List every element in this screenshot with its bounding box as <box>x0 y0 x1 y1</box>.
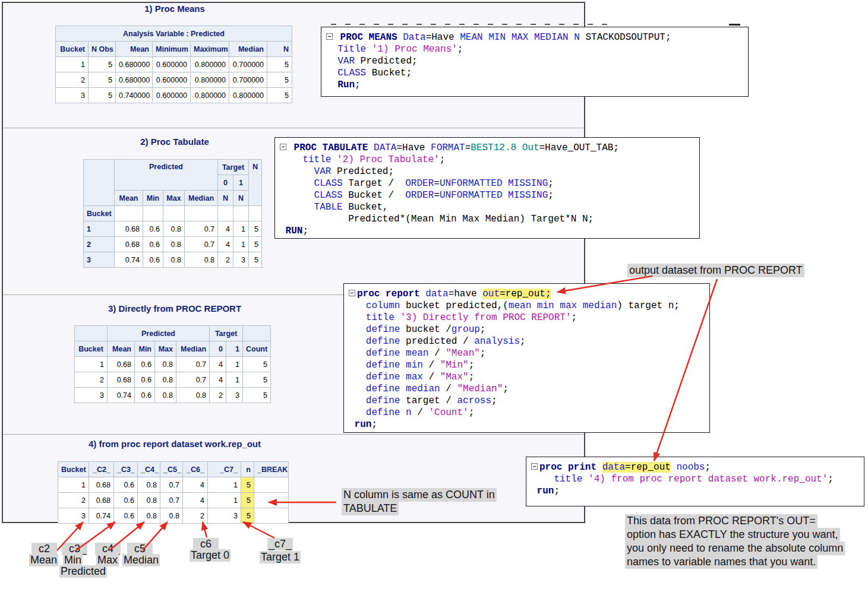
data-cell: 0.6 <box>135 357 155 372</box>
header-cell: _C2_ <box>89 462 114 477</box>
code-editor-proc-tabulate[interactable]: PROC TABULATE DATA=Have FORMAT=BEST12.8 … <box>274 137 700 239</box>
header-cell: 1 <box>233 175 249 191</box>
data-cell: 0.680000 <box>116 57 153 72</box>
label-target1: Target 1 <box>260 551 301 563</box>
data-cell: 3 <box>208 508 241 524</box>
section-title-proc-print: 4) from proc report dataset work.rep_out <box>2 439 347 449</box>
annotation-line: This data from PROC REPORT's OUT= <box>625 514 818 528</box>
data-cell: 3 <box>233 252 249 268</box>
data-cell: 0.8 <box>163 252 185 268</box>
header-cell: 0 <box>218 175 233 191</box>
header-cell: 1 <box>226 341 243 357</box>
data-cell: 0.600000 <box>153 57 191 72</box>
header-cell: Max <box>155 341 176 357</box>
header-cell: Bucket <box>58 462 89 477</box>
data-cell: 5 <box>267 57 292 72</box>
data-cell: 0.800000 <box>191 57 229 72</box>
collapse-icon[interactable] <box>531 463 538 470</box>
cropped-code-remnant <box>331 24 616 25</box>
data-cell: 2 <box>183 508 208 524</box>
data-cell: 1 <box>233 237 249 252</box>
header-cell: Mean <box>116 42 153 57</box>
data-cell: 0.8 <box>176 388 210 403</box>
data-cell: 0.68 <box>108 357 135 372</box>
data-cell: 4 <box>210 372 226 388</box>
n-column-cell: 5 <box>241 477 254 493</box>
label-c2: _c2_ <box>31 543 57 555</box>
data-cell: 0.74 <box>108 388 135 403</box>
data-cell: 5 <box>89 57 116 72</box>
empty-cell <box>143 206 163 221</box>
annotation-line: TABULATE <box>342 502 399 515</box>
data-cell: 0.8 <box>138 508 160 524</box>
data-cell: 4 <box>218 237 233 252</box>
label-max: Max <box>96 554 119 566</box>
annotation-line: option has EXACTLY the structure you wan… <box>625 528 840 542</box>
data-cell: 0.68 <box>115 237 143 252</box>
collapse-icon[interactable] <box>349 290 355 296</box>
data-cell: 0.6 <box>143 237 163 252</box>
collapse-icon[interactable] <box>280 144 286 150</box>
data-cell: 0.680000 <box>116 72 153 88</box>
data-cell: 0.7 <box>160 493 183 508</box>
header-cell: N <box>233 191 249 206</box>
label-predicted: Predicted <box>59 565 107 578</box>
code-editor-proc-print[interactable]: proc print data=rep_out noobs; title '4)… <box>526 457 864 506</box>
cropped-code-remnant <box>729 24 740 26</box>
data-cell: 2 <box>210 388 226 403</box>
empty-cell <box>218 206 233 221</box>
data-cell: 0.7 <box>185 237 218 252</box>
data-cell: 0.6 <box>114 508 138 524</box>
section-title-proc-means: 1) Proc Means <box>2 4 347 14</box>
data-cell: 5 <box>267 72 292 88</box>
proc-print-table: Bucket _C2_ _C3_ _C4_ _C5_ _C6_ _C7_ n _… <box>58 461 289 524</box>
data-cell: 0.6 <box>135 388 155 403</box>
data-cell: 0.68 <box>108 372 135 388</box>
data-cell: 0.600000 <box>153 72 191 88</box>
data-cell: 3 <box>75 388 108 403</box>
header-cell: Max <box>163 191 185 206</box>
empty-cell <box>249 206 262 221</box>
data-cell: 0.68 <box>89 493 114 508</box>
header-cell: Bucket <box>56 42 89 57</box>
data-cell: 0.6 <box>143 221 163 237</box>
data-cell: 5 <box>243 357 271 372</box>
proc-means-table: Analysis Variable : Predicted Bucket N O… <box>55 26 292 103</box>
data-cell: 0.6 <box>114 493 138 508</box>
header-cell: N Obs <box>89 42 116 57</box>
row-header-cell: 1 <box>84 221 115 237</box>
data-cell: 0.8 <box>138 477 160 493</box>
label-c7: _c7_ <box>267 538 293 550</box>
data-cell: 5 <box>249 252 262 268</box>
data-cell: 0.8 <box>160 508 183 524</box>
header-cell: Median <box>176 341 210 357</box>
annotation-line: N column is same as COUNT in <box>342 488 497 502</box>
header-cell: N <box>249 160 262 206</box>
proc-tabulate-table: Predicted Target N 0 1 Mean Min Max Medi… <box>83 159 262 268</box>
data-cell: 0.68 <box>89 477 114 493</box>
collapse-icon[interactable] <box>326 33 333 40</box>
header-cell: n <box>241 462 254 477</box>
data-cell: 2 <box>75 372 108 388</box>
n-column-cell: 5 <box>241 508 254 524</box>
section-divider <box>3 128 583 128</box>
data-cell: 0.8 <box>155 357 176 372</box>
arrow-c6-to-column <box>203 522 207 537</box>
header-cell: Mean <box>108 341 135 357</box>
label-c6: _c6_ <box>193 538 219 550</box>
code-editor-proc-means[interactable]: PROC MEANS Data=Have MEAN MIN MAX MEDIAN… <box>321 27 749 97</box>
annotation-note: This data from PROC REPORT's OUT= option… <box>625 514 845 569</box>
data-cell: 0.6 <box>143 252 163 268</box>
label-c5: _c5_ <box>127 543 153 555</box>
header-cell: Target <box>210 326 243 341</box>
label-min: Min <box>63 554 83 566</box>
header-cell: _C4_ <box>138 462 160 477</box>
header-cell: Min <box>135 341 155 357</box>
data-cell: 1 <box>226 357 243 372</box>
data-cell: 1 <box>56 57 89 72</box>
code-editor-proc-report[interactable]: proc report data=have out=rep_out; colum… <box>343 283 710 433</box>
header-cell: _BREAK_ <box>254 462 289 477</box>
label-median: Median <box>122 554 160 566</box>
data-cell: 0.600000 <box>153 88 191 103</box>
label-mean: Mean <box>29 554 58 566</box>
